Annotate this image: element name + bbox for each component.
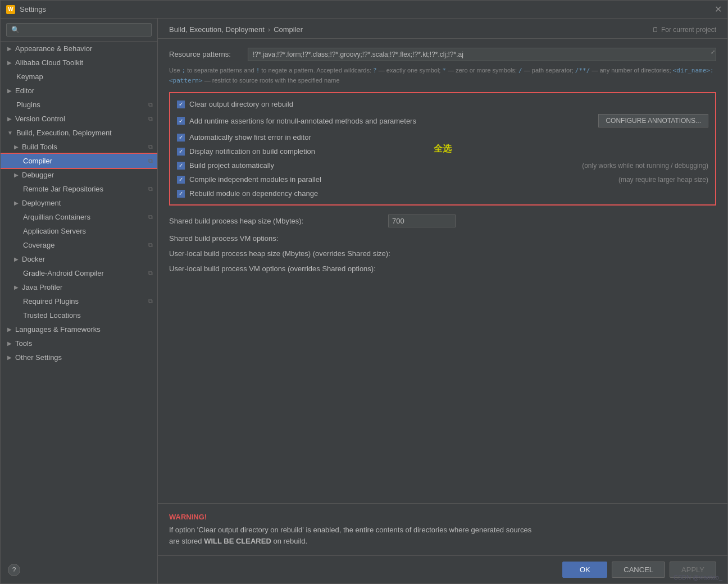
sidebar-item-languages[interactable]: ▶Languages & Frameworks [1, 322, 157, 336]
sidebar-item-label: Gradle-Android Compiler [23, 269, 104, 277]
search-input[interactable] [6, 23, 152, 36]
form-label-vm-options-shared: Shared build process VM options: [169, 234, 383, 243]
warning-text: If option 'Clear output directory on reb… [169, 524, 716, 546]
configure-annotations-button[interactable]: CONFIGURE ANNOTATIONS... [598, 114, 708, 127]
close-button[interactable]: ✕ [715, 4, 722, 15]
expand-button[interactable]: ⤢ [711, 49, 715, 55]
search-bar [1, 19, 157, 42]
sidebar-item-label: Required Plugins [23, 297, 79, 305]
form-row-vm-options-shared: Shared build process VM options: [169, 234, 716, 243]
checkbox-runtime[interactable] [177, 117, 185, 125]
warning-section: WARNING! If option 'Clear output directo… [158, 503, 727, 555]
arrow-icon: ▶ [7, 116, 12, 122]
warning-text-part1: If option 'Clear output directory on reb… [169, 526, 531, 534]
sidebar-item-label: Remote Jar Repositories [23, 185, 103, 193]
copy-icon: ⧉ [148, 270, 153, 277]
form-input-heap-size-shared[interactable] [388, 215, 456, 227]
sidebar-item-gradle-android[interactable]: Gradle-Android Compiler⧉ [1, 266, 157, 280]
arrow-icon: ▶ [7, 326, 12, 332]
sidebar-item-java-profiler[interactable]: ▶Java Profiler [1, 280, 157, 294]
sidebar-item-label: Plugins [16, 101, 40, 109]
sidebar-item-keymap[interactable]: Keymap [1, 70, 157, 84]
sidebar-item-build-exec[interactable]: ▼Build, Execution, Deployment [1, 126, 157, 140]
watermark: CSDN @xiaotao_ [674, 574, 722, 581]
sidebar-item-appearance[interactable]: ▶Appearance & Behavior [1, 42, 157, 56]
breadcrumb-part2: Compiler [274, 25, 303, 34]
sidebar-item-plugins[interactable]: Plugins⧉ [1, 98, 157, 112]
checkbox-row-parallel: Compile independent modules in parallel … [177, 175, 708, 184]
sidebar-item-trusted-locations[interactable]: Trusted Locations [1, 308, 157, 322]
form-row-heap-size-shared: Shared build process heap size (Mbytes): [169, 215, 716, 227]
sidebar-item-version-control[interactable]: ▶Version Control⧉ [1, 112, 157, 126]
arrow-icon: ▶ [7, 60, 12, 66]
sidebar-item-compiler[interactable]: Compiler⧉ [1, 154, 157, 168]
sidebar-item-arquillian[interactable]: Arquillian Containers⧉ [1, 210, 157, 224]
copy-icon: ⧉ [148, 143, 153, 150]
cancel-button[interactable]: CANCEL [612, 562, 665, 578]
sidebar: ▶Appearance & Behavior▶Alibaba Cloud Too… [1, 19, 158, 583]
sidebar-item-label: Trusted Locations [23, 311, 81, 320]
sidebar-item-build-tools[interactable]: ▶Build Tools⧉ [1, 140, 157, 154]
sidebar-item-label: Build, Execution, Deployment [16, 129, 112, 137]
checkbox-note-build-auto: (only works while not running / debuggin… [582, 162, 708, 170]
resource-input[interactable] [248, 48, 716, 61]
checkbox-label-parallel: Compile independent modules in parallel [189, 175, 614, 184]
ok-button[interactable]: OK [562, 562, 607, 578]
resource-label: Resource patterns: [169, 48, 242, 58]
arrow-icon: ▶ [14, 144, 19, 150]
copy-icon: ⧉ [148, 298, 153, 305]
sidebar-item-label: Coverage [23, 241, 54, 249]
sidebar-item-label: Compiler [23, 157, 52, 165]
arrow-icon: ▶ [7, 45, 12, 52]
sidebar-item-docker[interactable]: ▶Docker [1, 252, 157, 266]
arrow-icon: ▶ [14, 200, 19, 206]
settings-window: W Settings ✕ ▶Appearance & Behavior▶Alib… [0, 0, 728, 584]
checkbox-row-notification: Display notification on build completion [177, 147, 708, 156]
form-label-heap-size-shared: Shared build process heap size (Mbytes): [169, 217, 383, 225]
checkbox-rebuild[interactable] [177, 190, 185, 198]
sidebar-item-other-settings[interactable]: ▶Other Settings [1, 350, 157, 364]
sidebar-item-deployment[interactable]: ▶Deployment [1, 196, 157, 210]
checkbox-notification[interactable] [177, 148, 185, 156]
copy-icon: ⧉ [148, 157, 153, 165]
bottom-bar: OK CANCEL APPLY [158, 555, 727, 583]
sidebar-item-label: Application Servers [23, 227, 86, 235]
sidebar-item-label: Deployment [22, 199, 61, 207]
sidebar-item-label: Debugger [22, 171, 54, 179]
resource-patterns-row: Resource patterns: ⤢ [169, 48, 716, 61]
checkbox-label-clear-output: Clear output directory on rebuild [189, 100, 708, 108]
project-icon: 🗒 [652, 26, 659, 34]
checkbox-row-rebuild: Rebuild module on dependency change [177, 189, 708, 198]
form-label-vm-options-user: User-local build process VM options (ove… [169, 264, 383, 273]
checkbox-build-auto[interactable] [177, 162, 185, 170]
help-button[interactable]: ? [8, 564, 20, 576]
checkbox-row-clear-output: Clear output directory on rebuild [177, 100, 708, 108]
sidebar-item-remote-jar[interactable]: Remote Jar Repositories⧉ [1, 182, 157, 196]
arrow-icon: ▼ [7, 130, 13, 136]
sidebar-item-label: Appearance & Behavior [15, 44, 92, 53]
checkbox-row-runtime: Add runtime assertions for notnull-annot… [177, 114, 708, 127]
breadcrumb-project: 🗒 For current project [652, 26, 716, 34]
sidebar-item-app-servers[interactable]: Application Servers [1, 224, 157, 238]
copy-icon: ⧉ [148, 101, 153, 108]
sidebar-item-required-plugins[interactable]: Required Plugins⧉ [1, 294, 157, 308]
question-icon: ? [12, 566, 16, 574]
sidebar-item-coverage[interactable]: Coverage⧉ [1, 238, 157, 252]
sidebar-item-label: Alibaba Cloud Toolkit [15, 58, 83, 67]
form-fields-container: Shared build process heap size (Mbytes):… [169, 215, 716, 273]
checkbox-auto-error[interactable] [177, 134, 185, 142]
project-label: For current project [661, 26, 716, 34]
sidebar-item-alibaba[interactable]: ▶Alibaba Cloud Toolkit [1, 56, 157, 70]
checkbox-parallel[interactable] [177, 176, 185, 184]
sidebar-item-label: Editor [15, 86, 34, 95]
sidebar-item-label: Keymap [16, 72, 43, 81]
checkbox-clear-output[interactable] [177, 101, 185, 108]
breadcrumb-part1: Build, Execution, Deployment [169, 25, 265, 34]
form-row-heap-size-user: User-local build process heap size (Mbyt… [169, 249, 716, 258]
breadcrumb-separator: › [268, 25, 270, 34]
sidebar-item-editor[interactable]: ▶Editor [1, 84, 157, 98]
arrow-icon: ▶ [7, 88, 12, 94]
sidebar-item-debugger[interactable]: ▶Debugger [1, 168, 157, 182]
sidebar-item-tools[interactable]: ▶Tools [1, 336, 157, 350]
window-title: Settings [20, 5, 46, 13]
